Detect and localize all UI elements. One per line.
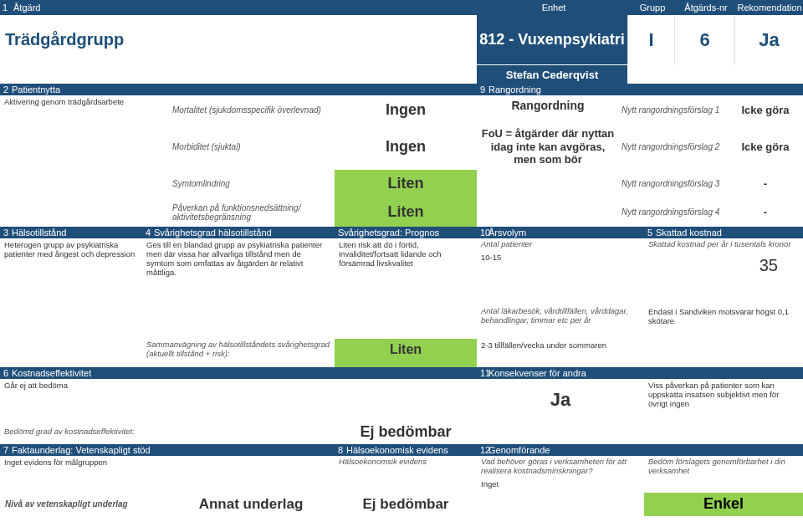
secP-title: Svårighetsgrad: Prognos [338,228,439,238]
row-2-9-hdr: 2Patientnytta 9Rangordning [0,84,803,95]
funktion-val: Liten [335,198,477,227]
row-3-bodies: Heterogen grupp av psykiatriska patiente… [0,238,803,305]
rangordning-big: Rangordning [477,95,619,124]
sec4-hdr: 4Svårighetsgrad hälsotillstånd [142,227,335,238]
rang1-lbl: Nytt rangordningsförslag 1 [619,95,728,124]
rekomendation-value: Ja [734,15,803,64]
row-m2: Morbiditet (sjuktal) Ingen FoU = åtgärde… [0,124,803,170]
sec11-title: Konsekvenser för andra [488,368,586,378]
bottom-bar: Nivå av vetenskapligt underlag Annat und… [0,493,803,516]
row-6-11-hdr: 6Kostnadseffektivitet 11Konsekvenser för… [0,367,803,379]
sec7-hdr: 7Faktaunderlag: Vetenskapligt stöd [0,444,335,456]
hdr-grupp: Grupp [629,3,676,13]
sec10-hdr: 10Årsvolym [477,227,644,238]
atgardsnr-value: 6 [674,15,734,64]
fou-span: FoU = åtgärder där nyttan idag inte kan … [482,127,615,166]
row-m3: Symtomlindring Liten Nytt rangordningsfö… [0,170,803,198]
sec3-body: Heterogen grupp av psykiatriska patiente… [0,238,142,305]
sec6-lbl: Bedömd grad av kostnadseffektivitet: [0,426,335,438]
sec6-body: Går ej att bedöma [0,379,477,421]
grupp-value: I [627,15,674,64]
tillfallen-val: 2-3 tillfällen/vecka under sommaren [477,339,644,367]
sec8-val: Ej bedömbar [335,493,477,516]
sec12-q: Vad behöver göras i verksamheten för att… [477,456,644,478]
hdr-nr: Åtgärds-nr [676,3,736,13]
sec10-body: Antal patienter 10-15 [477,238,644,305]
sec8-title: Hälsoekonomisk evidens [346,445,448,455]
sec12-lbl: Bedöm förslagets genomförbarhet i din ve… [644,456,803,493]
sec3-hdr: 3Hälsotillstånd [0,227,142,238]
rang4-val: - [728,198,803,227]
sec6-title: Kostnadseffektivitet [12,368,91,378]
morbiditet-val: Ingen [335,124,477,170]
sec5-body: Skattad kostnad per år i tusentals krono… [644,238,803,305]
row-3b: Antal läkarbesök, vårdtillfällen, vårdda… [0,305,803,339]
sec4-body: Ges till en blandad grupp av psykiatrisk… [142,238,335,305]
sec8-hdr: 8Hälsoekonomisk evidens [335,444,477,456]
sec7-lbl: Nivå av vetenskapligt underlag [0,493,167,516]
row-2-desc: Aktivering genom trädgårdsarbete Mortali… [0,95,803,124]
secP-hdr: Svårighetsgrad: Prognos [335,227,477,238]
sec9-title: Rangordning [488,84,541,95]
hdr-rek: Rekomendation [736,3,803,13]
sec7-val: Annat underlag [167,493,335,516]
hdr-enhet: Enhet [478,3,629,13]
sec2-desc: Aktivering genom trädgårdsarbete [0,95,167,124]
sec12-title: Genomförande [488,445,550,455]
row-7-8-12-body: Inget evidens för målgruppen Hälsoekonom… [0,456,803,493]
sec10-title: Årsvolym [488,228,526,238]
sec6-hdr: 6Kostnadseffektivitet [0,367,477,379]
page-title: Trädgårdgrupp [0,15,477,64]
antal-besok-lbl: Antal läkarbesök, vårdtillfällen, vårdda… [477,305,644,339]
sec11-val: Ja [477,379,644,421]
sec2-title: Patientnytta [12,84,60,95]
symtom-val: Liten [335,170,477,198]
rang4-lbl: Nytt rangordningsförslag 4 [619,198,728,227]
author-name: Stefan Cederqvist [477,65,627,84]
row-6-bottom: Bedömd grad av kostnadseffektivitet: Ej … [0,421,803,444]
rang2-val: Icke göra [728,124,803,170]
skattad-lbl: Skattad kostnad per år i tusentals krono… [644,238,803,251]
fou-text: FoU = åtgärder där nyttan idag inte kan … [477,124,619,170]
hdr-num: 1 [0,3,10,13]
rang1-val: Icke göra [728,95,803,124]
sec5-title: Skattad kostnad [656,228,722,238]
sec8-body: Hälsoekonomsik evidens [335,456,477,493]
sec12-hdr: 12Genomförande [477,444,803,456]
row-summary: Sammanvägning av hälsotillståndets svåri… [0,339,803,367]
antal-patienter-val: 10-15 [477,251,644,265]
mortalitet-val: Ingen [335,95,477,124]
sec3-title: Hälsotillstånd [12,228,66,238]
sec4-summary-lbl: Sammanvägning av hälsotillståndets svåri… [142,339,335,367]
sec4-title: Svårighetsgrad hälsotillstånd [154,228,272,238]
rang3-lbl: Nytt rangordningsförslag 3 [619,170,728,198]
sec4-summary-val: Liten [335,339,477,367]
row-m4: Påverkan på funktionsnedsättning/ aktivi… [0,198,803,227]
sec5-hdr: 5Skattad kostnad [644,227,803,238]
unit-name: 812 - Vuxenpsykiatri [477,15,627,64]
hdr-atgard: Åtgärd [10,3,478,13]
sec11-hdr: 11Konsekvenser för andra [477,367,803,379]
sec7-body: Inget evidens för målgruppen [0,456,335,493]
funktion-lbl: Påverkan på funktionsnedsättning/ aktivi… [167,198,335,227]
row-6-11-body: Går ej att bedöma Ja Viss påverkan på pa… [0,379,803,421]
symtom-lbl: Symtomlindring [167,170,335,198]
sec2-hdr: 2Patientnytta [0,84,477,95]
sec5-note: Endast i Sandviken motsvarar högst 0,1 s… [644,305,803,339]
author-row: Stefan Cederqvist [0,65,803,84]
sec12-val: Enkel [644,493,803,516]
sec11-note: Viss påverkan på patienter som kan uppsk… [644,379,803,421]
antal-patienter-lbl: Antal patienter [477,238,644,251]
row-3-hdrs: 3Hälsotillstånd 4Svårighetsgrad hälsotil… [0,227,803,238]
skattad-val: 35 [644,251,803,280]
row-7-8-12-hdr: 7Faktaunderlag: Vetenskapligt stöd 8Häls… [0,444,803,456]
rang2-lbl: Nytt rangordningsförslag 2 [619,124,728,170]
title-row: Trädgårdgrupp 812 - Vuxenpsykiatri I 6 J… [0,15,803,65]
mortalitet-lbl: Mortalitet (sjukdomsspecifik överlevnad) [167,95,335,124]
sec12-a: Inget [477,478,644,492]
rang3-val: - [728,170,803,198]
sec6-val: Ej bedömbar [335,423,477,441]
sec9-hdr: 9Rangordning [477,84,803,95]
secP-body: Liten risk att dö i förtid, invaliditet/… [335,238,477,305]
morbiditet-lbl: Morbiditet (sjuktal) [167,124,335,170]
